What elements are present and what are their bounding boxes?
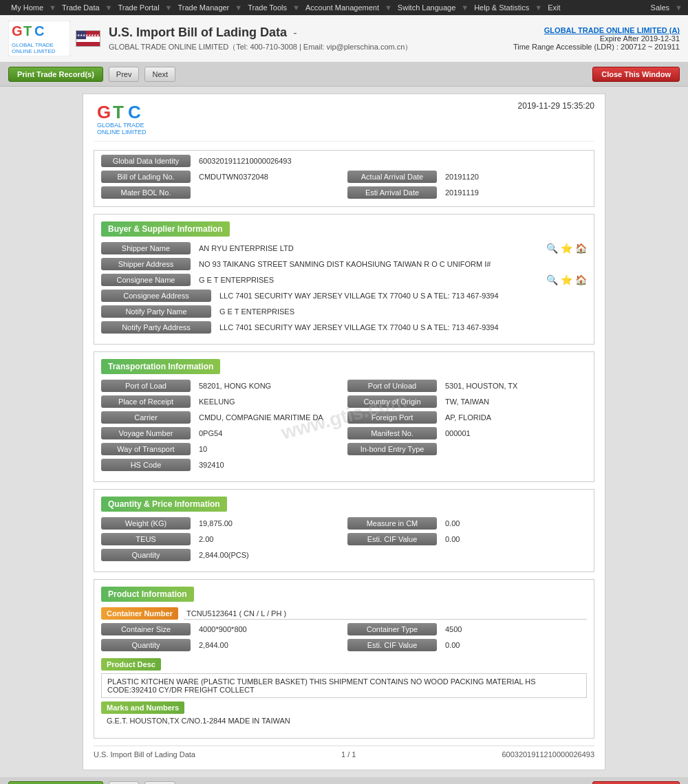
esti-cif-value: 0.00 bbox=[442, 534, 587, 545]
foreign-port-row: Foreign Port AP, FLORIDA bbox=[347, 411, 587, 424]
way-of-transport-value: 10 bbox=[196, 444, 341, 455]
global-data-identity-row: Global Data Identity 6003201911210000026… bbox=[101, 155, 587, 167]
nav-help-statistics[interactable]: Help & Statistics bbox=[469, 3, 535, 12]
master-bol-number-row: Mater BOL No. bbox=[101, 186, 341, 199]
actual-arrival-value: 20191120 bbox=[442, 171, 587, 182]
esti-cif2-row: Esti. CIF Value 0.00 bbox=[347, 639, 587, 651]
nav-account-management[interactable]: Account Management bbox=[300, 3, 385, 12]
product-info-header: Product Information bbox=[101, 587, 194, 602]
nav-exit[interactable]: Exit bbox=[542, 3, 566, 12]
toolbar-bottom: Print Trade Record(s) Prev Next Close Th… bbox=[0, 777, 688, 784]
master-bol-value bbox=[196, 191, 341, 194]
nav-trade-data[interactable]: Trade Data bbox=[56, 3, 105, 12]
shipper-name-label: Shipper Name bbox=[101, 242, 191, 254]
country-of-origin-row: Country of Origin TW, TAIWAN bbox=[347, 395, 587, 408]
ldr-range: Time Range Accessible (LDR) : 200712 ~ 2… bbox=[513, 43, 680, 51]
manifest-no-value: 000001 bbox=[442, 428, 587, 439]
svg-text:GLOBAL TRADE: GLOBAL TRADE bbox=[97, 122, 144, 129]
container-number-label: Container Number bbox=[101, 607, 178, 620]
transportation-header: Transportation Information bbox=[101, 359, 220, 374]
svg-text:T: T bbox=[23, 23, 32, 39]
port-of-load-label: Port of Load bbox=[101, 380, 191, 392]
logo-area: G T C GLOBAL TRADE ONLINE LIMITED ★★★★★★… bbox=[8, 21, 100, 56]
place-of-receipt-row: Place of Receipt KEELUNG bbox=[101, 395, 341, 408]
in-bond-entry-value bbox=[442, 448, 587, 450]
bill-of-lading-label: Bill of Lading No. bbox=[101, 171, 191, 183]
container-size-row: Container Size 4000*900*800 bbox=[101, 623, 341, 635]
search-shipper-icon[interactable]: 🔍 bbox=[546, 243, 558, 254]
prev-button-bottom[interactable]: Prev bbox=[109, 781, 140, 784]
star-shipper-icon[interactable]: ⭐ bbox=[561, 243, 572, 254]
nav-trade-manager[interactable]: Trade Manager bbox=[172, 3, 235, 12]
flag-icon: ★★★★★★★★★★★★★ bbox=[76, 30, 100, 47]
weight-kg-row: Weight (KG) 19,875.00 bbox=[101, 517, 341, 530]
print-button-top[interactable]: Print Trade Record(s) bbox=[8, 67, 103, 82]
marks-numbers-header: Marks and Numbers bbox=[101, 701, 184, 714]
account-company-link[interactable]: GLOBAL TRADE ONLINE LIMITED (A) bbox=[544, 26, 680, 34]
notify-party-address-label: Notify Party Address bbox=[101, 321, 211, 334]
consignee-address-label: Consignee Address bbox=[101, 290, 211, 302]
notify-party-name-value: G E T ENTERPRISES bbox=[217, 306, 587, 317]
consignee-address-row: Consignee Address LLC 7401 SECURITY WAY … bbox=[101, 290, 587, 302]
voyage-number-label: Voyage Number bbox=[101, 427, 191, 439]
svg-text:C: C bbox=[34, 23, 44, 39]
doc-timestamp: 2019-11-29 15:35:20 bbox=[518, 101, 594, 111]
esti-arrival-col: Esti Arrival Date 20191119 bbox=[347, 186, 587, 202]
star-consignee-icon[interactable]: ⭐ bbox=[561, 274, 572, 285]
product-desc-value: PLASTIC KITCHEN WARE (PLASTIC TUMBLER BA… bbox=[101, 673, 587, 698]
notify-party-address-row: Notify Party Address LLC 7401 SECURITY W… bbox=[101, 321, 587, 334]
home-shipper-icon[interactable]: 🏠 bbox=[575, 243, 587, 254]
product-desc-header: Product Desc bbox=[101, 658, 161, 671]
top-navigation: My Home ▼ Trade Data ▼ Trade Portal ▼ Tr… bbox=[0, 0, 688, 15]
close-button-bottom[interactable]: Close This Window bbox=[592, 781, 680, 784]
nav-trade-portal[interactable]: Trade Portal bbox=[112, 3, 164, 12]
nav-my-home[interactable]: My Home bbox=[6, 3, 49, 12]
prev-button-top[interactable]: Prev bbox=[109, 67, 140, 82]
country-of-origin-label: Country of Origin bbox=[347, 395, 437, 408]
shipper-name-value: AN RYU ENTERPRISE LTD bbox=[196, 243, 538, 254]
global-data-identity-label: Global Data Identity bbox=[101, 155, 191, 167]
esti-arrival-label: Esti Arrival Date bbox=[347, 186, 437, 199]
nav-switch-language[interactable]: Switch Language bbox=[392, 3, 461, 12]
toolbar-top: Print Trade Record(s) Prev Next Close Th… bbox=[0, 63, 688, 87]
voyage-manifest-row: Voyage Number 0PG54 Manifest No. 000001 bbox=[101, 427, 587, 443]
quantity-row: Quantity 2,844.00(PCS) bbox=[101, 549, 587, 561]
doc-footer: U.S. Import Bill of Lading Data 1 / 1 60… bbox=[94, 745, 594, 763]
in-bond-entry-label: In-bond Entry Type bbox=[347, 443, 437, 455]
container-number-value: TCNU5123641 ( CN / L / PH ) bbox=[184, 608, 587, 620]
footer-page: 1 / 1 bbox=[341, 750, 356, 759]
actual-arrival-label: Actual Arrival Date bbox=[347, 171, 437, 183]
quantity-price-header: Quantity & Price Information bbox=[101, 497, 227, 512]
place-of-receipt-value: KEELUNG bbox=[196, 396, 341, 407]
next-button-top[interactable]: Next bbox=[144, 67, 175, 82]
main-content: G T C GLOBAL TRADE ONLINE LIMITED 2019-1… bbox=[0, 87, 688, 777]
teus-value: 2.00 bbox=[196, 534, 341, 545]
print-button-bottom[interactable]: Print Trade Record(s) bbox=[8, 781, 103, 784]
bill-of-lading-value: CMDUTWN0372048 bbox=[196, 171, 341, 182]
search-consignee-icon[interactable]: 🔍 bbox=[546, 274, 558, 285]
bol-row: Bill of Lading No. CMDUTWN0372048 Actual… bbox=[101, 171, 587, 186]
nav-sales[interactable]: Sales bbox=[645, 3, 676, 12]
weight-kg-label: Weight (KG) bbox=[101, 517, 191, 530]
quantity2-row: Quantity 2,844.00 bbox=[101, 639, 341, 651]
manifest-no-row: Manifest No. 000001 bbox=[347, 427, 587, 439]
next-button-bottom[interactable]: Next bbox=[144, 781, 175, 784]
svg-text:T: T bbox=[113, 102, 124, 122]
buyer-supplier-section: Buyer & Supplier Information Shipper Nam… bbox=[94, 214, 594, 345]
actual-arrival-row: Actual Arrival Date 20191120 bbox=[347, 171, 587, 183]
document-container: G T C GLOBAL TRADE ONLINE LIMITED 2019-1… bbox=[83, 94, 605, 770]
home-consignee-icon[interactable]: 🏠 bbox=[575, 274, 587, 285]
port-load-unload-row: Port of Load 58201, HONG KONG Port of Un… bbox=[101, 380, 587, 395]
shipper-address-row: Shipper Address NO 93 TAIKANG STREET SAN… bbox=[101, 258, 587, 270]
foreign-port-label: Foreign Port bbox=[347, 411, 437, 424]
weight-measure-row: Weight (KG) 19,875.00 Measure in CM 0.00 bbox=[101, 517, 587, 533]
esti-cif2-label: Esti. CIF Value bbox=[347, 639, 437, 651]
esti-cif-label: Esti. CIF Value bbox=[347, 533, 437, 545]
close-button-top[interactable]: Close This Window bbox=[592, 67, 680, 82]
way-of-transport-row: Way of Transport 10 bbox=[101, 443, 341, 455]
weight-kg-value: 19,875.00 bbox=[196, 518, 341, 529]
shipper-address-value: NO 93 TAIKANG STREET SANMING DIST KAOHSI… bbox=[196, 259, 587, 270]
svg-text:ONLINE LIMITED: ONLINE LIMITED bbox=[12, 48, 56, 54]
notify-party-name-label: Notify Party Name bbox=[101, 305, 211, 318]
nav-trade-tools[interactable]: Trade Tools bbox=[242, 3, 292, 12]
